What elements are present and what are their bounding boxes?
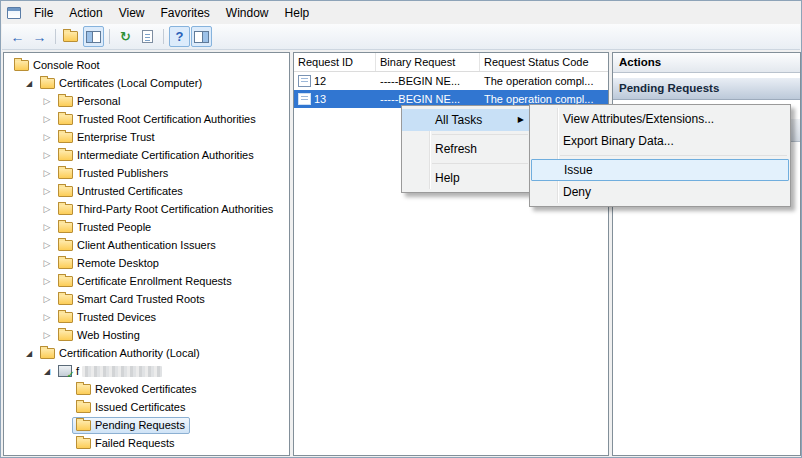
- tree-item-failed-requests[interactable]: Failed Requests: [4, 434, 289, 452]
- certification-authority-icon: [40, 348, 55, 359]
- export-list-button[interactable]: [137, 26, 158, 47]
- tree-item-console-root[interactable]: Console Root: [4, 56, 289, 74]
- console-tree-toggle-button[interactable]: [83, 26, 104, 47]
- menu-bar: File Action View Favorites Window Help: [2, 2, 800, 24]
- folder-icon: [58, 114, 73, 125]
- submenu-item-view-attributes-extensions[interactable]: View Attributes/Extensions...: [530, 108, 790, 130]
- tree-item-revoked-certificates[interactable]: Revoked Certificates: [4, 380, 289, 398]
- expand-icon[interactable]: ▷: [40, 150, 54, 160]
- menu-item-label: Refresh: [435, 142, 477, 156]
- expand-icon[interactable]: ▷: [40, 186, 54, 196]
- context-menu-item-help[interactable]: Help: [402, 167, 531, 189]
- expand-icon[interactable]: ◢: [22, 349, 36, 358]
- certificates-store-icon: [40, 78, 55, 89]
- column-header-request-status-code[interactable]: Request Status Code: [480, 53, 608, 71]
- menu-view[interactable]: View: [111, 3, 153, 23]
- submenu-item-issue[interactable]: Issue: [531, 159, 789, 181]
- submenu-item-export-binary-data[interactable]: Export Binary Data...: [530, 130, 790, 152]
- action-pane-toggle-button[interactable]: [191, 26, 212, 47]
- expand-icon[interactable]: ▷: [40, 204, 54, 214]
- folder-icon: [58, 330, 73, 341]
- tree-item-certificates[interactable]: ◢Certificates (Local Computer): [4, 74, 289, 92]
- console-tree-icon: [86, 31, 101, 43]
- action-pane-icon: [194, 31, 209, 43]
- context-menu-item-all-tasks[interactable]: All Tasks▶: [402, 109, 531, 131]
- tree-item-label: Smart Card Trusted Roots: [77, 293, 205, 305]
- help-button[interactable]: ?: [169, 26, 190, 47]
- submenu-item-deny[interactable]: Deny: [530, 181, 790, 203]
- tree-item-certification-authority[interactable]: ◢Certification Authority (Local): [4, 344, 289, 362]
- request-row-12[interactable]: 12 -----BEGIN NE... The operation compl.…: [294, 72, 608, 90]
- actions-section-pending-requests[interactable]: Pending Requests: [613, 77, 800, 100]
- expand-icon[interactable]: ▷: [40, 240, 54, 250]
- tree-item-smart-card-trusted-roots[interactable]: ▷Smart Card Trusted Roots: [4, 290, 289, 308]
- toolbar-separator: [109, 29, 110, 44]
- expand-icon[interactable]: ▷: [40, 312, 54, 322]
- tree-item-trusted-root-certification-authorities[interactable]: ▷Trusted Root Certification Authorities: [4, 110, 289, 128]
- help-icon: ?: [176, 30, 184, 43]
- expand-icon[interactable]: ◢: [22, 79, 36, 88]
- list-header: Request ID Binary Request Request Status…: [294, 53, 608, 72]
- tree-item-certificate-enrollment-requests[interactable]: ▷Certificate Enrollment Requests: [4, 272, 289, 290]
- menu-help[interactable]: Help: [277, 3, 318, 23]
- tree-item-label: Trusted Devices: [77, 311, 156, 323]
- tree-item-personal[interactable]: ▷Personal: [4, 92, 289, 110]
- tree-item-third-party-root-certification-authorities[interactable]: ▷Third-Party Root Certification Authorit…: [4, 200, 289, 218]
- expand-icon[interactable]: ▷: [40, 96, 54, 106]
- tree-item-label: f: [76, 365, 79, 377]
- tree-item-label: Certificate Enrollment Requests: [77, 275, 232, 287]
- request-icon: [298, 93, 311, 105]
- tree-item-enterprise-trust[interactable]: ▷Enterprise Trust: [4, 128, 289, 146]
- tree-item-trusted-people[interactable]: ▷Trusted People: [4, 218, 289, 236]
- column-header-request-id[interactable]: Request ID: [294, 53, 376, 71]
- tree-item-client-authentication-issuers[interactable]: ▷Client Authentication Issuers: [4, 236, 289, 254]
- tree-item-trusted-devices[interactable]: ▷Trusted Devices: [4, 308, 289, 326]
- menu-window[interactable]: Window: [218, 3, 277, 23]
- expand-icon[interactable]: ◢: [40, 367, 54, 376]
- redacted-ca-name: [82, 366, 162, 377]
- forward-button[interactable]: →: [29, 26, 50, 47]
- export-list-icon: [142, 30, 153, 43]
- context-menu-item-refresh[interactable]: Refresh: [402, 138, 531, 160]
- expand-icon[interactable]: ▷: [40, 330, 54, 340]
- expand-icon[interactable]: ▷: [40, 222, 54, 232]
- menu-file[interactable]: File: [26, 3, 61, 23]
- tree-item-label: Console Root: [33, 59, 100, 71]
- refresh-button[interactable]: ↻: [115, 26, 136, 47]
- tree-item-issued-certificates[interactable]: Issued Certificates: [4, 398, 289, 416]
- tree-item-ca-server[interactable]: ◢✓f: [4, 362, 289, 380]
- folder-icon: [58, 222, 73, 233]
- tree-item-trusted-publishers[interactable]: ▷Trusted Publishers: [4, 164, 289, 182]
- tree-item-label: Intermediate Certification Authorities: [77, 149, 254, 161]
- tree-item-untrusted-certificates[interactable]: ▷Untrusted Certificates: [4, 182, 289, 200]
- folder-icon: [58, 276, 73, 287]
- folder-icon: [76, 384, 91, 395]
- tree-item-remote-desktop[interactable]: ▷Remote Desktop: [4, 254, 289, 272]
- column-header-binary-request[interactable]: Binary Request: [376, 53, 480, 71]
- menu-action[interactable]: Action: [61, 3, 110, 23]
- menu-item-label: Deny: [563, 185, 591, 199]
- menu-separator: [432, 134, 528, 135]
- expand-icon[interactable]: ▷: [40, 114, 54, 124]
- expand-icon[interactable]: ▷: [40, 132, 54, 142]
- folder-icon: [58, 186, 73, 197]
- console-window-icon[interactable]: [7, 7, 21, 19]
- expand-icon[interactable]: ▷: [40, 294, 54, 304]
- up-one-level-button[interactable]: [61, 26, 82, 47]
- tree-item-intermediate-certification-authorities[interactable]: ▷Intermediate Certification Authorities: [4, 146, 289, 164]
- tree-item-label: Remote Desktop: [77, 257, 159, 269]
- expand-icon[interactable]: ▷: [40, 258, 54, 268]
- menu-item-label: Help: [435, 171, 460, 185]
- menu-favorites[interactable]: Favorites: [153, 3, 218, 23]
- tree-item-label: Web Hosting: [77, 329, 140, 341]
- tree-item-web-hosting[interactable]: ▷Web Hosting: [4, 326, 289, 344]
- expand-icon[interactable]: ▷: [40, 168, 54, 178]
- request-id: 13: [314, 93, 326, 105]
- tree-item-label: Certification Authority (Local): [59, 347, 200, 359]
- expand-icon[interactable]: ▷: [40, 276, 54, 286]
- forward-icon: →: [33, 30, 47, 44]
- tree-item-label: Personal: [77, 95, 120, 107]
- folder-icon: [58, 312, 73, 323]
- tree-item-pending-requests[interactable]: Pending Requests: [4, 416, 289, 434]
- back-button[interactable]: ←: [7, 26, 28, 47]
